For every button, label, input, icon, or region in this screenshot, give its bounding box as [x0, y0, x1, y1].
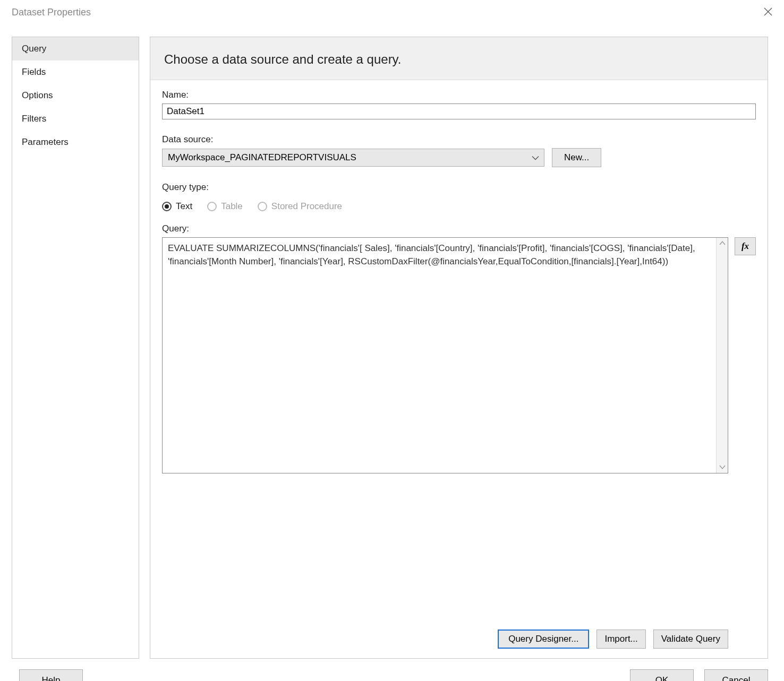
new-datasource-button[interactable]: New... [552, 148, 601, 167]
close-icon[interactable] [759, 4, 778, 21]
query-label: Query: [162, 223, 756, 234]
name-input[interactable] [162, 104, 756, 119]
main-panel: Choose a data source and create a query.… [150, 37, 768, 659]
radio-stored-procedure[interactable]: Stored Procedure [258, 201, 342, 212]
sidebar-item-label: Query [22, 44, 46, 54]
titlebar: Dataset Properties [0, 0, 784, 26]
sidebar-item-options[interactable]: Options [12, 84, 139, 107]
radio-stored-procedure-label: Stored Procedure [271, 201, 342, 212]
radio-table-label: Table [221, 201, 243, 212]
datasource-label: Data source: [162, 134, 756, 145]
cancel-button[interactable]: Cancel [704, 669, 768, 681]
name-label: Name: [162, 90, 756, 100]
sidebar-item-label: Parameters [22, 137, 69, 147]
page-title: Choose a data source and create a query. [150, 37, 768, 80]
radio-text-label: Text [176, 201, 192, 212]
sidebar-item-query[interactable]: Query [12, 37, 139, 61]
query-type-label: Query type: [162, 182, 756, 193]
sidebar-item-label: Fields [22, 67, 46, 77]
sidebar-item-parameters[interactable]: Parameters [12, 131, 139, 154]
import-button[interactable]: Import... [596, 630, 645, 649]
sidebar-item-filters[interactable]: Filters [12, 107, 139, 131]
scrollbar[interactable] [716, 238, 728, 473]
sidebar-item-label: Filters [22, 114, 46, 124]
radio-text[interactable]: Text [162, 201, 192, 212]
dialog-footer: Help OK Cancel [0, 665, 784, 681]
validate-query-button[interactable]: Validate Query [653, 630, 728, 649]
ok-button[interactable]: OK [630, 669, 694, 681]
radio-table[interactable]: Table [207, 201, 243, 212]
window-title: Dataset Properties [12, 7, 91, 18]
sidebar-item-fields[interactable]: Fields [12, 61, 139, 84]
datasource-select[interactable] [162, 149, 544, 167]
sidebar-item-label: Options [22, 90, 53, 100]
query-designer-button[interactable]: Query Designer... [498, 630, 589, 649]
scroll-up-icon[interactable] [719, 240, 726, 247]
help-button[interactable]: Help [19, 669, 83, 681]
query-textarea-container: EVALUATE SUMMARIZECOLUMNS('financials'[ … [162, 237, 728, 473]
fx-button[interactable]: fx [735, 237, 756, 255]
scroll-down-icon[interactable] [719, 464, 726, 471]
sidebar: Query Fields Options Filters Parameters [12, 37, 139, 659]
query-textarea[interactable]: EVALUATE SUMMARIZECOLUMNS('financials'[ … [163, 238, 716, 473]
